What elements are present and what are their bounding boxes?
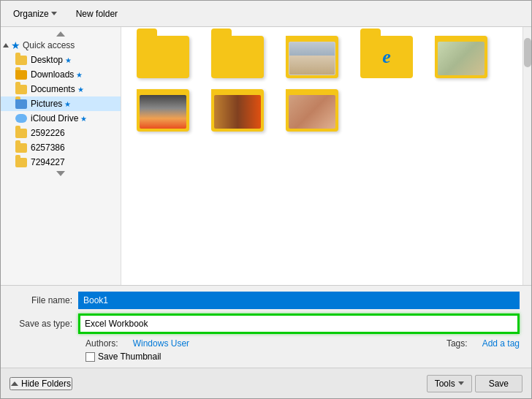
folder-item-map[interactable] bbox=[428, 36, 494, 80]
folder-item-1[interactable] bbox=[130, 36, 196, 80]
thumbnail-checkbox-label[interactable]: Save Thumbnail bbox=[86, 352, 162, 362]
folder-item-abstract[interactable] bbox=[205, 89, 270, 134]
savetype-input[interactable] bbox=[78, 314, 520, 334]
sidebar-7294227-label: 7294227 bbox=[31, 157, 65, 167]
magazine-preview bbox=[140, 95, 186, 129]
downloads-pin-icon: ★ bbox=[76, 71, 83, 79]
organize-button[interactable]: Organize bbox=[7, 6, 64, 22]
tags-value[interactable]: Add a tag bbox=[482, 338, 520, 349]
scrollbar-thumb bbox=[524, 38, 531, 67]
folder-icon-3 bbox=[286, 36, 338, 78]
save-dialog: Organize New folder ★ Quick access Deskt… bbox=[0, 0, 532, 399]
sidebar-item-icloud[interactable]: iCloud Drive ★ bbox=[1, 111, 121, 126]
folder-icon-people bbox=[286, 89, 338, 132]
sidebar-2592226-label: 2592226 bbox=[31, 128, 65, 138]
sidebar-item-pictures[interactable]: Pictures ★ bbox=[1, 96, 121, 111]
authors-label: Authors: bbox=[86, 338, 118, 349]
pictures-pin-icon: ★ bbox=[64, 100, 71, 108]
folder-6257386-icon bbox=[15, 143, 27, 153]
meta-row: Authors: Windows User Tags: Add a tag bbox=[12, 338, 520, 349]
main-area: ★ Quick access Desktop ★ Downloads ★ Doc… bbox=[1, 27, 531, 285]
file-area: e bbox=[121, 27, 522, 285]
folder-preview-map bbox=[438, 42, 484, 75]
desktop-folder-icon bbox=[15, 56, 27, 65]
folder-icon-abstract bbox=[211, 89, 264, 132]
folder-preview-people bbox=[289, 95, 335, 129]
organize-chevron-icon bbox=[51, 12, 57, 15]
save-button[interactable]: Save bbox=[475, 375, 522, 392]
pictures-folder-icon bbox=[15, 99, 27, 109]
folder-icon-magazine bbox=[137, 89, 189, 132]
icloud-pin-icon: ★ bbox=[80, 115, 87, 123]
sidebar: ★ Quick access Desktop ★ Downloads ★ Doc… bbox=[1, 27, 121, 285]
filename-label: File name: bbox=[12, 295, 78, 305]
scroll-up-icon bbox=[56, 31, 65, 37]
folder-icon-map bbox=[435, 36, 487, 78]
sidebar-documents-label: Documents bbox=[31, 84, 75, 94]
sidebar-item-documents[interactable]: Documents ★ bbox=[1, 82, 121, 96]
folder-preview-3 bbox=[289, 42, 335, 75]
folder-preview-magazine bbox=[140, 95, 186, 129]
sidebar-downloads-label: Downloads bbox=[31, 69, 74, 80]
sidebar-icloud-label: iCloud Drive bbox=[31, 113, 78, 123]
tags-label: Tags: bbox=[446, 338, 468, 349]
people-preview bbox=[289, 95, 335, 129]
documents-pin-icon: ★ bbox=[77, 86, 84, 94]
new-folder-button[interactable]: New folder bbox=[69, 6, 124, 22]
tools-chevron-icon bbox=[458, 381, 464, 385]
sidebar-item-2592226[interactable]: 2592226 bbox=[1, 126, 121, 140]
map-preview bbox=[438, 42, 484, 75]
filename-row: File name: bbox=[12, 292, 520, 309]
thumbnail-checkbox[interactable] bbox=[86, 352, 95, 362]
filename-input[interactable] bbox=[78, 292, 520, 309]
hide-folders-button[interactable]: Hide Folders bbox=[10, 377, 72, 390]
savetype-label: Save as type: bbox=[12, 319, 78, 329]
thumbnail-label: Save Thumbnail bbox=[98, 352, 162, 362]
folder-item-ie[interactable]: e bbox=[354, 36, 419, 80]
save-label: Save bbox=[489, 379, 509, 389]
folder-preview-abstract bbox=[214, 95, 261, 129]
files-grid: e bbox=[127, 33, 517, 137]
scroll-down-icon bbox=[56, 171, 65, 176]
folder-icon-2 bbox=[211, 36, 264, 78]
new-folder-label: New folder bbox=[76, 9, 118, 19]
folder-7294227-icon bbox=[15, 158, 27, 167]
sidebar-scroll-up[interactable] bbox=[1, 30, 121, 38]
thumbnail-row: Save Thumbnail bbox=[12, 352, 520, 362]
tools-button[interactable]: Tools bbox=[427, 375, 472, 392]
hide-folders-chevron-icon bbox=[11, 381, 18, 386]
folder-item-3[interactable] bbox=[279, 36, 345, 80]
folder-icon-ie: e bbox=[360, 36, 413, 78]
documents-folder-icon bbox=[15, 85, 27, 94]
sidebar-item-desktop[interactable]: Desktop ★ bbox=[1, 53, 121, 67]
toolbar: Organize New folder bbox=[1, 1, 531, 27]
sidebar-desktop-label: Desktop bbox=[31, 55, 63, 65]
savetype-row: Save as type: bbox=[12, 314, 520, 334]
sidebar-item-7294227[interactable]: 7294227 bbox=[1, 155, 121, 170]
sidebar-6257386-label: 6257386 bbox=[31, 142, 65, 153]
sidebar-item-downloads[interactable]: Downloads ★ bbox=[1, 67, 121, 82]
hide-folders-label: Hide Folders bbox=[21, 379, 71, 389]
folder-item-magazine[interactable] bbox=[130, 89, 196, 134]
organize-label: Organize bbox=[13, 9, 49, 19]
folder-item-2[interactable] bbox=[205, 36, 270, 80]
folder-item-people[interactable] bbox=[279, 89, 345, 134]
sidebar-pictures-label: Pictures bbox=[31, 99, 62, 109]
icloud-icon bbox=[15, 114, 27, 123]
form-area: File name: Save as type: Authors: Window… bbox=[1, 285, 531, 368]
bottom-bar: Hide Folders Tools Save bbox=[1, 368, 531, 398]
quick-access-header[interactable]: ★ Quick access bbox=[1, 38, 121, 53]
ie-logo-icon: e bbox=[382, 46, 391, 68]
desktop-pin-icon: ★ bbox=[65, 56, 72, 64]
vertical-scrollbar[interactable] bbox=[522, 27, 531, 285]
abstract-preview bbox=[214, 95, 261, 129]
right-buttons: Tools Save bbox=[427, 375, 522, 392]
tools-label: Tools bbox=[435, 379, 455, 389]
folder-icon-1 bbox=[137, 36, 189, 78]
sidebar-scroll-down[interactable] bbox=[1, 170, 121, 178]
folder-2592226-icon bbox=[15, 129, 27, 138]
authors-value[interactable]: Windows User bbox=[133, 338, 189, 349]
sidebar-item-6257386[interactable]: 6257386 bbox=[1, 140, 121, 155]
downloads-folder-icon bbox=[15, 70, 27, 80]
